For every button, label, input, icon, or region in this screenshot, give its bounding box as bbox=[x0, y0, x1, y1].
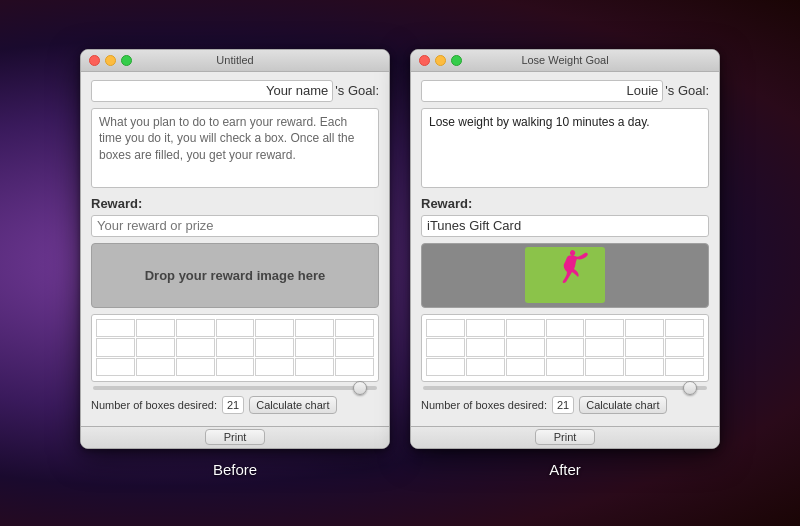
reward-label: Reward: bbox=[421, 196, 709, 211]
description-box[interactable]: What you plan to do to earn your reward.… bbox=[91, 108, 379, 188]
boxes-count[interactable]: 21 bbox=[222, 396, 244, 414]
slider-track[interactable] bbox=[423, 386, 707, 390]
reward-image bbox=[520, 245, 610, 305]
name-input[interactable] bbox=[421, 80, 663, 102]
chart-cell bbox=[136, 358, 175, 377]
window-before: Untitled's Goal:What you plan to do to e… bbox=[80, 49, 390, 449]
panel-wrapper-before: Untitled's Goal:What you plan to do to e… bbox=[80, 49, 390, 478]
calculate-chart-button[interactable]: Calculate chart bbox=[579, 396, 666, 414]
chart-cell bbox=[426, 358, 465, 377]
print-bar: Print bbox=[81, 426, 389, 448]
minimize-button[interactable] bbox=[435, 55, 446, 66]
titlebar-before: Untitled bbox=[81, 50, 389, 72]
chart-cell bbox=[255, 319, 294, 338]
traffic-lights bbox=[89, 55, 132, 66]
chart-cell bbox=[136, 338, 175, 357]
calculate-chart-button[interactable]: Calculate chart bbox=[249, 396, 336, 414]
description-box[interactable]: Lose weight by walking 10 minutes a day. bbox=[421, 108, 709, 188]
drop-zone[interactable]: Drop your reward image here bbox=[91, 243, 379, 308]
chart-cell bbox=[136, 319, 175, 338]
slider-thumb[interactable] bbox=[353, 381, 367, 395]
boxes-count[interactable]: 21 bbox=[552, 396, 574, 414]
chart-cell bbox=[335, 338, 374, 357]
window-title: Lose Weight Goal bbox=[521, 54, 608, 66]
close-button[interactable] bbox=[89, 55, 100, 66]
chart-cell bbox=[216, 338, 255, 357]
print-button[interactable]: Print bbox=[205, 429, 266, 445]
svg-rect-0 bbox=[525, 247, 605, 303]
reward-input[interactable] bbox=[421, 215, 709, 237]
window-after: Lose Weight Goal's Goal:Lose weight by w… bbox=[410, 49, 720, 449]
panels-container: Untitled's Goal:What you plan to do to e… bbox=[80, 49, 720, 478]
chart-cell bbox=[96, 358, 135, 377]
chart-cell bbox=[625, 358, 664, 377]
chart-cell bbox=[295, 319, 334, 338]
goal-suffix: 's Goal: bbox=[665, 83, 709, 98]
bottom-row: Number of boxes desired:21Calculate char… bbox=[91, 394, 379, 416]
chart-cell bbox=[255, 358, 294, 377]
titlebar-after: Lose Weight Goal bbox=[411, 50, 719, 72]
chart-cell bbox=[176, 338, 215, 357]
chart-cell bbox=[665, 319, 704, 338]
chart-cell bbox=[585, 358, 624, 377]
chart-cell bbox=[96, 338, 135, 357]
chart-cell bbox=[466, 319, 505, 338]
slider-row bbox=[91, 386, 379, 390]
chart-cell bbox=[546, 319, 585, 338]
chart-cell bbox=[546, 338, 585, 357]
chart-cell bbox=[255, 338, 294, 357]
slider-thumb[interactable] bbox=[683, 381, 697, 395]
chart-cell bbox=[216, 319, 255, 338]
reward-label: Reward: bbox=[91, 196, 379, 211]
chart-cell bbox=[295, 338, 334, 357]
chart-cell bbox=[335, 319, 374, 338]
print-button[interactable]: Print bbox=[535, 429, 596, 445]
minimize-button[interactable] bbox=[105, 55, 116, 66]
chart-cell bbox=[506, 338, 545, 357]
reward-input[interactable] bbox=[91, 215, 379, 237]
drop-zone-text: Drop your reward image here bbox=[145, 268, 326, 283]
maximize-button[interactable] bbox=[451, 55, 462, 66]
chart-cell bbox=[466, 338, 505, 357]
chart-cell bbox=[335, 358, 374, 377]
window-title: Untitled bbox=[216, 54, 253, 66]
chart-cell bbox=[665, 338, 704, 357]
chart-cell bbox=[295, 358, 334, 377]
window-content-after: 's Goal:Lose weight by walking 10 minute… bbox=[411, 72, 719, 422]
name-input[interactable] bbox=[91, 80, 333, 102]
slider-row bbox=[421, 386, 709, 390]
panel-wrapper-after: Lose Weight Goal's Goal:Lose weight by w… bbox=[410, 49, 720, 478]
chart-cell bbox=[176, 358, 215, 377]
chart-cell bbox=[426, 338, 465, 357]
panel-label-before: Before bbox=[213, 461, 257, 478]
boxes-desired-label: Number of boxes desired: bbox=[91, 399, 217, 411]
chart-grid bbox=[91, 314, 379, 382]
goal-row: 's Goal: bbox=[421, 80, 709, 102]
chart-grid bbox=[421, 314, 709, 382]
window-content-before: 's Goal:What you plan to do to earn your… bbox=[81, 72, 389, 422]
boxes-desired-label: Number of boxes desired: bbox=[421, 399, 547, 411]
chart-cell bbox=[546, 358, 585, 377]
chart-cell bbox=[426, 319, 465, 338]
slider-track[interactable] bbox=[93, 386, 377, 390]
chart-cell bbox=[625, 338, 664, 357]
chart-cell bbox=[625, 319, 664, 338]
chart-cell bbox=[466, 358, 505, 377]
chart-cell bbox=[96, 319, 135, 338]
chart-cell bbox=[585, 338, 624, 357]
print-bar: Print bbox=[411, 426, 719, 448]
chart-cell bbox=[506, 319, 545, 338]
bottom-row: Number of boxes desired:21Calculate char… bbox=[421, 394, 709, 416]
chart-cell bbox=[665, 358, 704, 377]
maximize-button[interactable] bbox=[121, 55, 132, 66]
close-button[interactable] bbox=[419, 55, 430, 66]
goal-row: 's Goal: bbox=[91, 80, 379, 102]
traffic-lights bbox=[419, 55, 462, 66]
reward-image-zone[interactable] bbox=[421, 243, 709, 308]
chart-cell bbox=[585, 319, 624, 338]
chart-cell bbox=[216, 358, 255, 377]
chart-cell bbox=[176, 319, 215, 338]
chart-cell bbox=[506, 358, 545, 377]
goal-suffix: 's Goal: bbox=[335, 83, 379, 98]
panel-label-after: After bbox=[549, 461, 581, 478]
